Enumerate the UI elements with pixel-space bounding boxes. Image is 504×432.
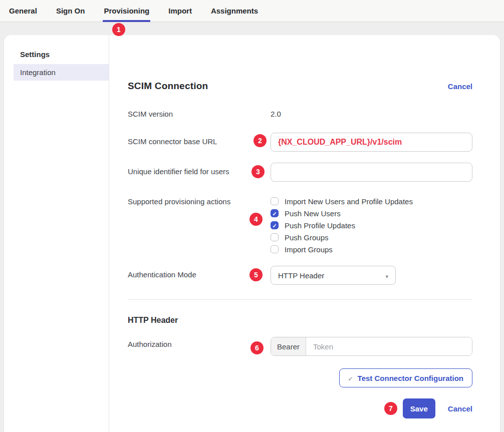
bearer-prefix: Bearer bbox=[271, 337, 306, 355]
http-header-section-title: HTTP Header bbox=[128, 316, 472, 325]
sidebar-item-label: Integration bbox=[20, 68, 56, 77]
checkbox-unchecked-icon[interactable] bbox=[271, 233, 279, 241]
tab-sign-on[interactable]: Sign On bbox=[55, 0, 86, 22]
checkbox-label: Push New Users bbox=[285, 209, 341, 218]
settings-card: Settings Integration SCIM Connection Can… bbox=[4, 35, 500, 432]
provisioning-actions-label: Supported provisioning actions bbox=[128, 195, 271, 255]
step-badge-4: 4 bbox=[249, 213, 263, 226]
provisioning-page: General Sign On Provisioning Import Assi… bbox=[0, 0, 504, 432]
base-url-label: SCIM connector base URL bbox=[128, 133, 271, 152]
cancel-link-bottom[interactable]: Cancel bbox=[448, 404, 472, 413]
page-title: SCIM Connection bbox=[128, 81, 208, 92]
chevron-down-icon bbox=[385, 271, 388, 280]
step-badge-6: 6 bbox=[250, 341, 264, 354]
test-connector-label: Test Connector Configuration bbox=[358, 374, 463, 382]
scim-version-label: SCIM version bbox=[128, 110, 271, 118]
auth-mode-select[interactable]: HTTP Header bbox=[271, 266, 396, 285]
scim-version-value: 2.0 bbox=[271, 110, 472, 118]
unique-id-label: Unique identifier field for users bbox=[128, 163, 271, 182]
tab-general[interactable]: General bbox=[8, 0, 38, 22]
checkbox-unchecked-icon[interactable] bbox=[271, 245, 279, 253]
checkbox-push-new-users[interactable]: Push New Users bbox=[271, 207, 472, 219]
step-badge-1: 1 bbox=[112, 23, 125, 36]
tab-assignments[interactable]: Assignments bbox=[210, 0, 259, 22]
check-icon bbox=[272, 209, 277, 218]
checkbox-label: Push Groups bbox=[285, 233, 329, 242]
check-icon bbox=[348, 374, 358, 382]
checkbox-checked-icon[interactable] bbox=[271, 209, 279, 217]
step-badge-7: 7 bbox=[384, 402, 397, 415]
step-badge-2: 2 bbox=[254, 134, 267, 147]
checkbox-push-groups[interactable]: Push Groups bbox=[271, 231, 472, 243]
checkbox-import-groups[interactable]: Import Groups bbox=[271, 243, 472, 255]
scim-connection-form: SCIM Connection Cancel SCIM version 2.0 … bbox=[109, 35, 500, 432]
tab-provisioning[interactable]: Provisioning bbox=[103, 0, 150, 22]
sidebar-item-integration[interactable]: Integration bbox=[14, 64, 109, 81]
auth-mode-selected-value: HTTP Header bbox=[278, 271, 324, 280]
sidebar-header: Settings bbox=[4, 50, 109, 59]
cancel-link-top[interactable]: Cancel bbox=[448, 82, 472, 91]
authorization-label: Authorization bbox=[128, 337, 271, 356]
unique-id-input[interactable] bbox=[271, 163, 472, 182]
settings-sidebar: Settings Integration bbox=[4, 35, 109, 432]
step-badge-5: 5 bbox=[249, 268, 263, 281]
checkbox-label: Push Profile Updates bbox=[285, 221, 355, 230]
app-tab-bar: General Sign On Provisioning Import Assi… bbox=[0, 0, 504, 22]
step-badge-3: 3 bbox=[251, 165, 265, 178]
tab-import[interactable]: Import bbox=[167, 0, 193, 22]
checkbox-label: Import New Users and Profile Updates bbox=[285, 197, 413, 206]
test-connector-button[interactable]: Test Connector Configuration bbox=[339, 368, 472, 387]
checkbox-import-new-users[interactable]: Import New Users and Profile Updates bbox=[271, 195, 472, 207]
base-url-input[interactable] bbox=[271, 133, 472, 152]
checkbox-checked-icon[interactable] bbox=[271, 221, 279, 229]
token-input[interactable] bbox=[306, 337, 472, 355]
save-button[interactable]: Save bbox=[403, 398, 435, 418]
section-divider bbox=[128, 299, 472, 300]
authorization-input-group: Bearer bbox=[271, 337, 472, 356]
check-icon bbox=[272, 221, 277, 230]
checkbox-unchecked-icon[interactable] bbox=[271, 197, 279, 205]
checkbox-label: Import Groups bbox=[285, 245, 333, 254]
checkbox-push-profile-updates[interactable]: Push Profile Updates bbox=[271, 219, 472, 231]
